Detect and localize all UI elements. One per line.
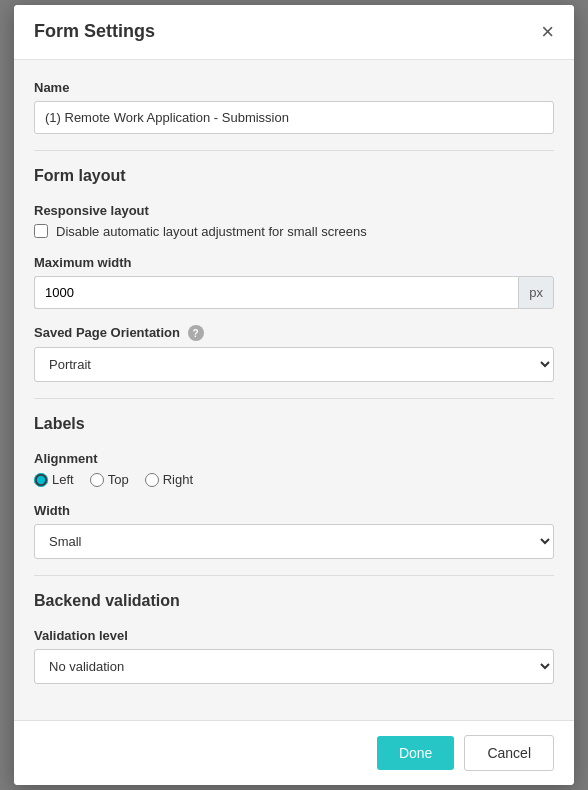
validation-level-label: Validation level <box>34 628 554 643</box>
backend-validation-group: Backend validation Validation level No v… <box>34 592 554 684</box>
max-width-label: Maximum width <box>34 255 554 270</box>
max-width-group: Maximum width px <box>34 255 554 309</box>
modal-header: Form Settings × <box>14 5 574 60</box>
modal-body: Name Form layout Responsive layout Disab… <box>14 60 574 721</box>
responsive-checkbox[interactable] <box>34 224 48 238</box>
responsive-checkbox-row: Disable automatic layout adjustment for … <box>34 224 554 239</box>
form-settings-modal: Form Settings × Name Form layout Respons… <box>14 5 574 786</box>
px-label: px <box>518 276 554 309</box>
divider-1 <box>34 150 554 151</box>
alignment-right-item: Right <box>145 472 193 487</box>
alignment-top-label[interactable]: Top <box>108 472 129 487</box>
name-input[interactable] <box>34 101 554 134</box>
divider-2 <box>34 398 554 399</box>
alignment-label: Alignment <box>34 451 554 466</box>
name-label: Name <box>34 80 554 95</box>
alignment-left-radio[interactable] <box>34 473 48 487</box>
orientation-group: Saved Page Orientation ? Portrait Landsc… <box>34 325 554 383</box>
alignment-top-item: Top <box>90 472 129 487</box>
form-layout-group: Form layout Responsive layout Disable au… <box>34 167 554 239</box>
modal-title: Form Settings <box>34 21 155 42</box>
labels-width-select[interactable]: Small Medium Large <box>34 524 554 559</box>
alignment-top-radio[interactable] <box>90 473 104 487</box>
close-button[interactable]: × <box>541 21 554 43</box>
name-group: Name <box>34 80 554 134</box>
alignment-left-label[interactable]: Left <box>52 472 74 487</box>
modal-overlay: Form Settings × Name Form layout Respons… <box>0 0 588 790</box>
max-width-input[interactable] <box>34 276 518 309</box>
cancel-button[interactable]: Cancel <box>464 735 554 771</box>
labels-title: Labels <box>34 415 554 439</box>
modal-footer: Done Cancel <box>14 720 574 785</box>
max-width-input-row: px <box>34 276 554 309</box>
alignment-right-label[interactable]: Right <box>163 472 193 487</box>
alignment-right-radio[interactable] <box>145 473 159 487</box>
done-button[interactable]: Done <box>377 736 454 770</box>
responsive-layout-label: Responsive layout <box>34 203 554 218</box>
labels-group: Labels Alignment Left Top Right <box>34 415 554 487</box>
labels-width-label: Width <box>34 503 554 518</box>
alignment-radio-group: Left Top Right <box>34 472 554 487</box>
labels-width-group: Width Small Medium Large <box>34 503 554 559</box>
orientation-select[interactable]: Portrait Landscape <box>34 347 554 382</box>
validation-level-select[interactable]: No validation Basic Strict <box>34 649 554 684</box>
backend-validation-title: Backend validation <box>34 592 554 616</box>
responsive-checkbox-label[interactable]: Disable automatic layout adjustment for … <box>56 224 367 239</box>
divider-3 <box>34 575 554 576</box>
orientation-info-icon[interactable]: ? <box>188 325 204 341</box>
alignment-left-item: Left <box>34 472 74 487</box>
orientation-label: Saved Page Orientation ? <box>34 325 554 342</box>
form-layout-title: Form layout <box>34 167 554 191</box>
